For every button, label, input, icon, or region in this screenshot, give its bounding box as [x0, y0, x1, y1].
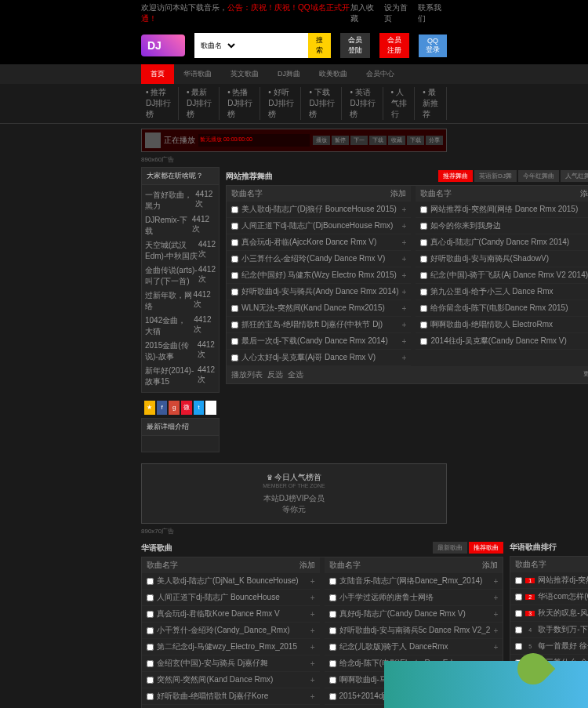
nav-item[interactable]: DJ舞曲 — [268, 64, 310, 84]
song-row[interactable]: 好听歌曲dj-安与南骑兵(ShadowV)+ — [416, 251, 588, 267]
song-check[interactable] — [231, 223, 238, 230]
song-row[interactable]: 纪念(中国)-骑于飞跃(Aj Dance Rmx V2 2014)+ — [416, 267, 588, 284]
song-row[interactable]: 真心dj-陆志广(Candy Dance Rmx 2014)+ — [416, 234, 588, 251]
nav-item[interactable]: 会员中心 — [357, 64, 404, 84]
add-icon[interactable]: + — [310, 577, 315, 586]
add-icon[interactable]: + — [493, 594, 498, 602]
add-icon[interactable]: + — [310, 626, 315, 635]
nav-item[interactable]: 英文歌曲 — [221, 64, 268, 84]
tab[interactable]: 英语新DJ舞 — [474, 170, 517, 182]
player-btn[interactable]: 下载 — [369, 136, 387, 145]
hot-item[interactable]: 过新年歌，网络4412次 — [145, 289, 216, 314]
subnav-item[interactable]: • 英语DJ排行榜 — [345, 87, 383, 120]
song-check[interactable] — [231, 338, 238, 345]
share-tw-icon[interactable]: t — [194, 401, 205, 415]
add-icon[interactable]: + — [493, 577, 498, 586]
share-g-icon[interactable]: g — [169, 401, 180, 415]
tab[interactable]: 今年红舞曲 — [518, 170, 559, 182]
add-icon[interactable]: + — [402, 354, 407, 362]
song-row[interactable]: 好听歌曲-绝唱情歌ft Dj嘉仔Kore+ — [142, 688, 320, 705]
hot-item[interactable]: 1042金曲，大猫4412次 — [145, 314, 216, 339]
song-row[interactable]: 第二纪念dj-马健wzy_Electro_Rmx_2015+ — [142, 639, 320, 655]
hot-item[interactable]: 2015金曲(传说)-故事4412次 — [145, 339, 216, 364]
add-icon[interactable]: + — [493, 643, 498, 652]
song-check[interactable] — [147, 644, 154, 651]
song-check[interactable] — [231, 239, 238, 246]
song-check[interactable] — [231, 305, 238, 312]
more-link[interactable]: 更多 — [583, 369, 588, 380]
song-row[interactable]: WLN无法-突然间(Kand Dance Rmx2015)+ — [227, 300, 411, 317]
player-btn[interactable]: 下一 — [350, 136, 368, 145]
song-row[interactable]: 突然间-突然间(Kand Dance Rmx)+ — [142, 672, 320, 688]
tab[interactable]: 推荐歌曲 — [469, 542, 503, 554]
subnav-item[interactable]: • 最新DJ排行榜 — [182, 87, 220, 120]
subnav-item[interactable]: • 热播DJ排行榜 — [223, 87, 260, 120]
song-row[interactable]: 纪念(中国好) 马健东(Wzy Electro Rmx 2015)+ — [227, 267, 411, 284]
song-row[interactable]: 最后一次dj-下载(Candy Dance Rmx 2014)+ — [227, 333, 411, 350]
song-check[interactable] — [147, 677, 154, 684]
song-check[interactable] — [420, 256, 427, 263]
song-check[interactable] — [420, 223, 427, 230]
add-icon[interactable]: + — [402, 321, 407, 329]
song-check[interactable] — [329, 660, 336, 667]
player-btn[interactable]: 收藏 — [388, 136, 405, 145]
song-row[interactable]: 人间正道下dj-陆志广(DjBounceHouse Rmx)+ — [227, 218, 411, 234]
add-icon[interactable]: + — [493, 610, 498, 619]
add-icon[interactable]: + — [402, 304, 407, 313]
add-icon[interactable]: + — [310, 659, 315, 668]
hot-item[interactable]: 一首好歌曲，黑力4412次 — [145, 188, 216, 213]
song-check[interactable] — [231, 289, 238, 296]
rank-row[interactable]: 1网站推荐dj-突然间(Wzy Elec...)+ — [510, 572, 588, 589]
song-row[interactable]: 好听歌曲dj-安与南骑兵5c Dance Rmx V2_2+ — [325, 623, 503, 639]
share-fb-icon[interactable]: f — [157, 401, 168, 415]
player-btn[interactable]: 播放 — [313, 136, 330, 145]
search-button[interactable]: 搜索 — [308, 33, 331, 58]
add-icon[interactable]: + — [310, 643, 315, 652]
song-row[interactable]: 金绍玄(中国)-安与骑兵 Dj嘉仔舞+ — [142, 655, 320, 672]
song-row[interactable]: 小手学过远师的唐鲁士网络+ — [325, 590, 503, 606]
subnav-item[interactable]: • 推荐DJ排行榜 — [141, 87, 179, 120]
song-row[interactable]: 美人歌dj-陆志广(DjNat_K BounceHouse)+ — [142, 573, 320, 590]
song-row[interactable]: 人心太好dj-吴克羣(Aj哥 Dance Rmx V)+ — [227, 350, 411, 366]
song-check[interactable] — [329, 677, 336, 684]
list-ctrl[interactable]: 全选 — [288, 369, 303, 380]
song-row[interactable]: 支陆音乐-陆志广(网络Dance_Rmx_2014)+ — [325, 573, 503, 590]
register-button[interactable]: 会员注册 — [379, 33, 409, 58]
song-row[interactable]: 好听歌曲dj-安与骑兵(Andy Dance Rmx 2014)+ — [227, 284, 411, 300]
share-more-icon[interactable]: 773 — [205, 401, 216, 415]
song-check[interactable] — [329, 578, 336, 585]
add-icon[interactable]: + — [402, 337, 407, 346]
song-row[interactable]: 真会玩dj-君临(AjccKore Dance Rmx V)+ — [227, 234, 411, 251]
add-icon[interactable]: + — [402, 255, 407, 263]
song-check[interactable] — [147, 594, 154, 601]
subnav-item[interactable]: • 人气排行 — [387, 87, 416, 120]
song-check[interactable] — [420, 305, 427, 312]
nav-item[interactable]: 华语歌曲 — [174, 64, 221, 84]
song-row[interactable]: 网站推荐dj-突然间(网络 Dance Rmx 2015)+ — [416, 202, 588, 218]
song-check[interactable] — [420, 289, 427, 296]
song-check[interactable] — [420, 321, 427, 329]
rank-row[interactable]: 3秋天的叹息-风音好书dj生日西+ — [510, 605, 588, 622]
hot-item[interactable]: DJRemix-下载4412次 — [145, 213, 216, 238]
add-icon[interactable]: + — [310, 594, 315, 602]
contact-link[interactable]: 联系我们 — [418, 2, 447, 24]
add-icon[interactable]: + — [310, 610, 315, 619]
login-button[interactable]: 会员登陆 — [340, 33, 370, 58]
song-check[interactable] — [329, 693, 336, 700]
site-logo[interactable] — [141, 34, 185, 56]
song-row[interactable]: 美人歌dj-陆志广(Dj狼仔 BounceHouse 2015)+ — [227, 202, 411, 218]
song-check[interactable] — [147, 578, 154, 585]
list-ctrl[interactable]: 反选 — [267, 369, 283, 380]
hot-item[interactable]: 金曲传说(arts)-叫了(下一首)4412次 — [145, 263, 216, 289]
progress-bar[interactable]: 暂无播放 00:00/00:00 — [198, 134, 310, 147]
search-input[interactable] — [238, 33, 308, 58]
home-link[interactable]: 设为首页 — [384, 2, 413, 24]
hot-item[interactable]: 新年好(2014)-故事154412次 — [145, 364, 216, 389]
song-check[interactable] — [231, 272, 238, 279]
song-row[interactable]: 给你留念dj-陈下(电影Dance Rmx 2015)+ — [416, 300, 588, 317]
song-check[interactable] — [329, 611, 336, 618]
add-icon[interactable]: + — [402, 205, 407, 214]
song-row[interactable]: 小干算什-金绍玲(Candy_Dance_Rmx)+ — [142, 623, 320, 639]
song-check[interactable] — [420, 239, 427, 246]
tab[interactable]: 推荐舞曲 — [438, 170, 473, 182]
